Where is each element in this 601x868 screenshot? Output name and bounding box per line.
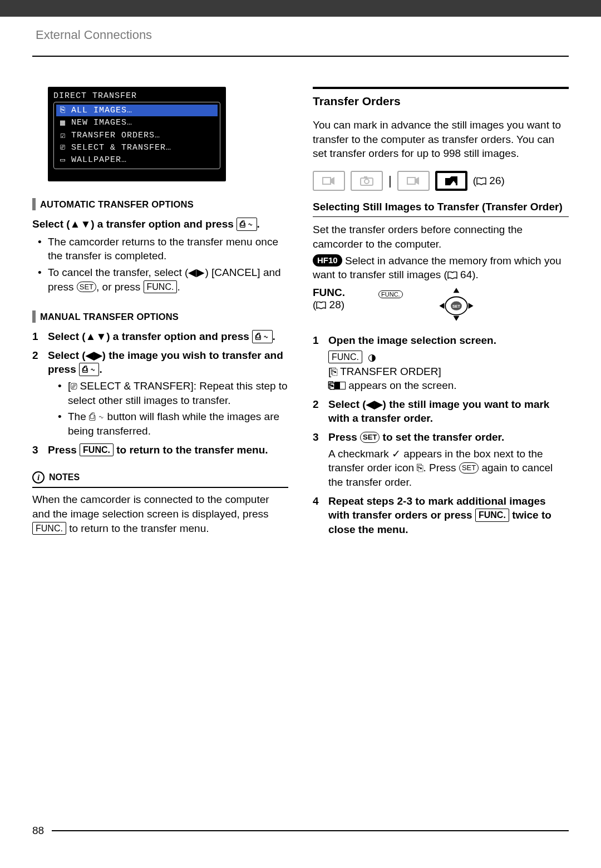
info-icon: i — [32, 471, 45, 484]
lcd-item-transfer-orders: ☑ TRANSFER ORDERS… — [56, 129, 218, 142]
leftright-icon: ◀▶ — [366, 398, 383, 410]
lcd-item-all-images: ⎘ ALL IMAGES… — [56, 105, 218, 116]
mode-movie-rec-icon — [313, 171, 345, 191]
lcd-item-label: WALLPAPER… — [71, 155, 127, 165]
transfer-order-icon: ⎘ — [331, 366, 337, 377]
para-set-orders: Set the transfer orders before connectin… — [313, 223, 569, 251]
para-hf10: HF10 Select in advance the memory from w… — [313, 254, 569, 282]
select-transfer-icon: ⎚ — [71, 380, 77, 392]
bullet-cancel: To cancel the transfer, select (◀▶) [CAN… — [38, 265, 288, 294]
step-4: Repeat steps 2-3 to mark additional imag… — [313, 494, 569, 537]
step-3: Press FUNC. to return to the transfer me… — [32, 443, 288, 457]
func-button-icon: FUNC. — [475, 509, 509, 522]
check-icon: ✓ — [392, 448, 401, 460]
substep-flash: The ⎙ ∿ button will flash while the imag… — [58, 410, 288, 438]
notes-label: NOTES — [49, 472, 80, 482]
func-button-icon: FUNC. — [328, 351, 362, 364]
wallpaper-icon: ▭ — [58, 155, 68, 165]
intro-paragraph: You can mark in advance the still images… — [313, 118, 569, 161]
leftright-icon: ◀▶ — [86, 349, 102, 361]
select-icon: ⎚ — [58, 143, 68, 152]
func-button-icon: FUNC. — [32, 522, 66, 535]
svg-rect-4 — [407, 177, 415, 184]
print-transfer-button-icon: ⎙ ∿ — [79, 363, 99, 376]
window-titlebar — [0, 0, 601, 17]
svg-text:SET: SET — [452, 304, 461, 309]
print-transfer-inline-icon: ⎙ ∿ — [89, 411, 104, 422]
section-manual-transfer: Manual transfer options — [32, 310, 288, 323]
notes-heading: i NOTES — [32, 471, 288, 484]
orders-icon: ☑ — [58, 130, 68, 141]
book-icon — [316, 302, 326, 309]
new-icon: ▦ — [58, 117, 68, 128]
transfer-icon: ⎘ — [58, 106, 68, 115]
lcd-screenshot: DIRECT TRANSFER ⎘ ALL IMAGES… ▦ NEW IMAG… — [48, 87, 226, 181]
book-icon — [447, 272, 457, 279]
step-1: Select (▲▼) a transfer option and press … — [32, 329, 288, 344]
checkbox-icon — [334, 382, 346, 389]
book-icon — [476, 177, 486, 185]
lcd-item-select-transfer: ⎚ SELECT & TRANSFER… — [56, 142, 218, 154]
leftright-icon: ◀▶ — [188, 267, 205, 278]
section-automatic-transfer: Automatic transfer options — [32, 198, 288, 210]
svg-rect-3 — [364, 176, 367, 179]
updown-icon: ▲▼ — [86, 331, 107, 342]
section-title: Automatic transfer options — [40, 199, 194, 210]
lcd-title: DIRECT TRANSFER — [53, 91, 220, 101]
lcd-item-wallpaper: ▭ WALLPAPER… — [56, 154, 218, 166]
svg-point-2 — [364, 179, 369, 184]
transfer-orders-heading: Transfer Orders — [313, 95, 569, 108]
step-2: Select (◀▶) the image you wish to transf… — [32, 348, 288, 438]
mode-photo-rec-icon — [351, 171, 383, 191]
lcd-item-label: NEW IMAGES… — [71, 118, 132, 127]
transfer-order-box-icon: ⎘ — [328, 379, 334, 391]
model-badge: HF10 — [313, 254, 342, 267]
divider — [313, 87, 569, 89]
breadcrumb: External Connections — [36, 28, 569, 42]
set-button-icon: SET — [360, 432, 380, 443]
set-button-icon: SET — [459, 462, 479, 474]
lcd-item-label: ALL IMAGES… — [71, 106, 132, 115]
func-label: FUNC. — [313, 287, 345, 299]
func-button-icon: FUNC. — [144, 280, 178, 294]
set-button-icon: SET — [77, 282, 96, 293]
lcd-item-label: TRANSFER ORDERS… — [71, 131, 160, 140]
substep-select-transfer: [⎚ SELECT & TRANSFER]: Repeat this step … — [58, 379, 288, 407]
divider — [313, 216, 569, 218]
mode-photo-play-icon — [435, 171, 467, 191]
odot-icon: ◑ — [365, 352, 376, 363]
page-footer: 88 — [32, 825, 569, 837]
divider — [52, 830, 569, 831]
joystick-icon: SET — [436, 287, 476, 322]
notes-body: When the camcorder is connected to the c… — [32, 492, 288, 535]
instruction-lead: Select (▲▼) a transfer option and press … — [32, 217, 288, 231]
updown-icon: ▲▼ — [70, 218, 91, 230]
divider — [32, 56, 569, 57]
section-bar-icon — [32, 198, 36, 210]
print-transfer-button-icon: ⎙ ∿ — [237, 218, 257, 231]
mode-movie-play-icon — [397, 171, 430, 191]
divider — [32, 487, 288, 488]
section-title: Manual transfer options — [40, 312, 179, 322]
func-button-icon: FUNC. — [80, 443, 114, 457]
func-block: FUNC. ( 28) FUNC. SET — [313, 287, 569, 324]
func-page-ref: 28 — [329, 299, 341, 310]
mode-row: | ( 26) — [313, 171, 569, 191]
svg-rect-0 — [323, 177, 331, 184]
page-number: 88 — [32, 825, 44, 837]
page-ref: ( 26) — [473, 175, 505, 187]
subheading: Selecting Still Images to Transfer (Tran… — [313, 201, 569, 213]
right-column: Transfer Orders You can mark in advance … — [313, 87, 569, 541]
bullet-return: The camcorder returns to the transfer me… — [38, 235, 288, 263]
step-3: Press SET to set the transfer order. A c… — [313, 430, 569, 490]
step-2: Select (◀▶) the still image you want to … — [313, 397, 569, 426]
section-bar-icon — [32, 310, 36, 323]
func-pill-icon: FUNC. — [378, 290, 403, 298]
left-column: DIRECT TRANSFER ⎘ ALL IMAGES… ▦ NEW IMAG… — [32, 87, 288, 541]
step-1: Open the image selection screen. FUNC. ◑… — [313, 333, 569, 393]
transfer-order-icon: ⎘ — [417, 462, 423, 474]
lcd-item-new-images: ▦ NEW IMAGES… — [56, 116, 218, 129]
lcd-item-label: SELECT & TRANSFER… — [71, 143, 171, 152]
print-transfer-button-icon: ⎙ ∿ — [252, 330, 272, 343]
